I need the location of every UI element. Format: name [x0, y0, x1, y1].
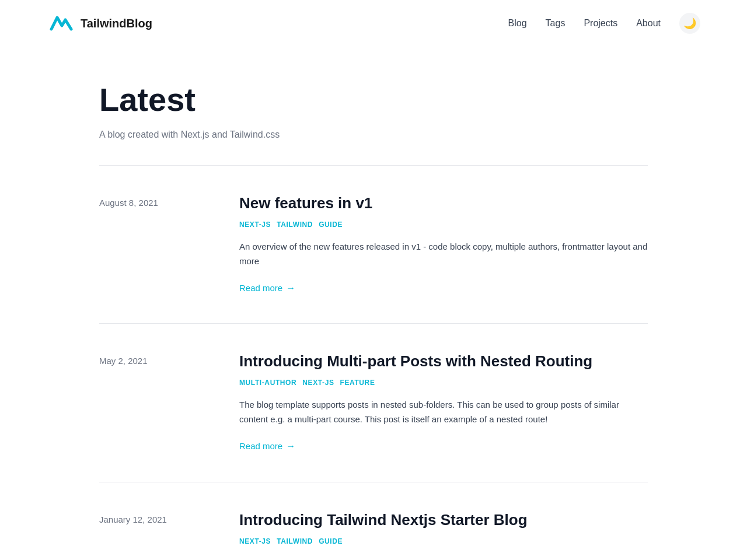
post-date: August 8, 2021: [99, 194, 239, 295]
nav-projects[interactable]: Projects: [584, 16, 617, 31]
read-more-text: Read more: [239, 281, 282, 295]
logo-icon: [47, 9, 75, 37]
arrow-icon: →: [286, 439, 295, 454]
post-content: New features in v1 NEXT-JS TAILWIND GUID…: [239, 194, 648, 295]
moon-icon: 🌙: [683, 17, 696, 30]
tag-feature[interactable]: FEATURE: [340, 377, 375, 388]
dark-mode-toggle[interactable]: 🌙: [679, 13, 700, 34]
read-more-link[interactable]: Read more →: [239, 439, 295, 454]
tag-next-js[interactable]: NEXT-JS: [239, 536, 271, 547]
post-excerpt: An overview of the new features released…: [239, 240, 648, 269]
nav-about[interactable]: About: [636, 16, 661, 31]
tag-next-js[interactable]: NEXT-JS: [302, 377, 334, 388]
tag-next-js[interactable]: NEXT-JS: [239, 219, 271, 230]
post-content: Introducing Multi-part Posts with Nested…: [239, 352, 648, 453]
post-tags: NEXT-JS TAILWIND GUIDE: [239, 219, 648, 230]
main-content: Latest A blog created with Next.js and T…: [53, 47, 694, 560]
read-more-link[interactable]: Read more →: [239, 281, 295, 296]
tag-multi-author[interactable]: MULTI-AUTHOR: [239, 377, 296, 388]
tag-tailwind[interactable]: TAILWIND: [277, 219, 313, 230]
page-title: Latest: [99, 82, 648, 118]
post-date: May 2, 2021: [99, 352, 239, 453]
hero-subtitle: A blog created with Next.js and Tailwind…: [99, 127, 648, 142]
logo-link[interactable]: TailwindBlog: [47, 9, 152, 37]
post-item: May 2, 2021 Introducing Multi-part Posts…: [99, 324, 648, 481]
post-item: January 12, 2021 Introducing Tailwind Ne…: [99, 482, 648, 560]
nav-blog[interactable]: Blog: [508, 16, 527, 31]
post-content: Introducing Tailwind Nextjs Starter Blog…: [239, 510, 648, 556]
arrow-icon: →: [286, 281, 295, 296]
post-title-link[interactable]: Introducing Multi-part Posts with Nested…: [239, 352, 648, 372]
tag-tailwind[interactable]: TAILWIND: [277, 536, 313, 547]
main-nav: Blog Tags Projects About 🌙: [508, 13, 700, 34]
post-tags: MULTI-AUTHOR NEXT-JS FEATURE: [239, 377, 648, 388]
post-date: January 12, 2021: [99, 510, 239, 556]
post-tags: NEXT-JS TAILWIND GUIDE: [239, 536, 648, 547]
post-title-link[interactable]: Introducing Tailwind Nextjs Starter Blog: [239, 510, 648, 530]
read-more-text: Read more: [239, 439, 282, 453]
nav-tags[interactable]: Tags: [546, 16, 566, 31]
hero-section: Latest A blog created with Next.js and T…: [99, 47, 648, 165]
post-excerpt: The blog template supports posts in nest…: [239, 398, 648, 427]
tag-guide[interactable]: GUIDE: [319, 219, 343, 230]
tag-guide[interactable]: GUIDE: [319, 536, 343, 547]
site-name: TailwindBlog: [81, 14, 152, 33]
post-item: August 8, 2021 New features in v1 NEXT-J…: [99, 166, 648, 323]
post-title-link[interactable]: New features in v1: [239, 194, 648, 214]
